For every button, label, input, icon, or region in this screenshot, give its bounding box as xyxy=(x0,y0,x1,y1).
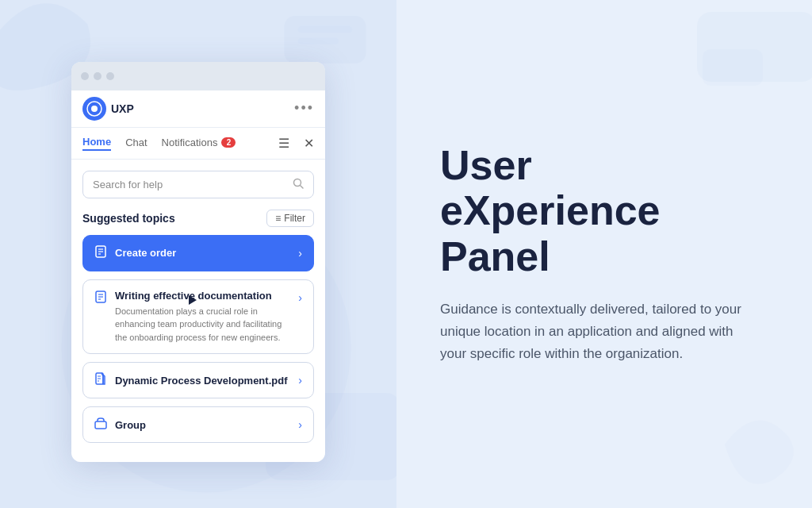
group-title: Group xyxy=(115,419,146,431)
writing-docs-title: Writing effective documentation xyxy=(115,290,292,302)
search-icon xyxy=(293,178,304,191)
dynamic-process-title: Dynamic Process Development.pdf xyxy=(115,375,287,387)
topic-card-dynamic-process[interactable]: Dynamic Process Development.pdf › xyxy=(82,362,314,398)
tab-home[interactable]: Home xyxy=(82,136,111,151)
app-header: UXP ••• xyxy=(71,90,325,128)
writing-docs-icon xyxy=(94,291,107,344)
group-icon xyxy=(94,417,107,433)
notification-badge: 2 xyxy=(221,137,236,148)
svg-line-9 xyxy=(301,185,304,188)
topic-card-group[interactable]: Group › xyxy=(82,406,314,443)
group-arrow: › xyxy=(298,418,302,431)
uxp-icon xyxy=(82,97,106,121)
topic-card-left: Create order xyxy=(94,245,176,261)
topic-card-create-order[interactable]: Create order › xyxy=(82,235,314,271)
writing-docs-arrow: › xyxy=(298,291,302,304)
right-bg-shape-br xyxy=(709,397,804,492)
close-icon[interactable]: ✕ xyxy=(304,136,314,151)
dynamic-process-icon xyxy=(94,372,107,388)
uxp-svg-icon xyxy=(82,97,106,121)
create-order-icon xyxy=(94,245,107,261)
browser-window: UXP ••• Home Chat Notifications 2 ☰ ✕ S xyxy=(71,62,325,463)
writing-docs-description: Documentation plays a crucial role in en… xyxy=(115,305,292,344)
dynamic-process-arrow: › xyxy=(298,374,302,387)
browser-titlebar xyxy=(71,62,325,90)
search-placeholder: Search for help xyxy=(93,179,286,190)
search-box[interactable]: Search for help xyxy=(82,171,314,198)
heading-line2: eXperience xyxy=(440,187,661,233)
menu-icon[interactable]: ☰ xyxy=(278,136,289,151)
heading-line3: Panel xyxy=(440,233,550,279)
main-description: Guidance is contextually delivered, tail… xyxy=(440,298,741,365)
right-panel: User eXperience Panel Guidance is contex… xyxy=(396,0,812,508)
svg-rect-22 xyxy=(95,421,106,429)
header-more-icon[interactable]: ••• xyxy=(294,100,314,117)
browser-dot-1 xyxy=(81,72,89,80)
nav-tabs: Home Chat Notifications 2 ☰ ✕ xyxy=(71,128,325,160)
svg-rect-1 xyxy=(298,26,353,33)
filter-label: Filter xyxy=(284,213,305,224)
svg-rect-2 xyxy=(298,37,339,44)
uxp-logo: UXP xyxy=(82,97,134,121)
create-order-arrow: › xyxy=(298,247,302,260)
tab-chat[interactable]: Chat xyxy=(125,137,147,150)
topic-card-writing-docs[interactable]: Writing effective documentation Document… xyxy=(82,279,314,355)
left-panel: UXP ••• Home Chat Notifications 2 ☰ ✕ S xyxy=(0,0,396,508)
mouse-cursor xyxy=(189,295,197,305)
browser-dot-3 xyxy=(106,72,114,80)
suggested-title: Suggested topics xyxy=(82,212,175,225)
browser-dot-2 xyxy=(94,72,102,80)
right-bg-shape-mid xyxy=(701,48,764,87)
panel-content: Search for help Suggested topics ≡ Filte… xyxy=(71,160,325,463)
svg-rect-24 xyxy=(703,49,763,86)
suggested-header: Suggested topics ≡ Filter xyxy=(82,210,314,227)
svg-point-7 xyxy=(91,106,98,112)
filter-icon: ≡ xyxy=(275,213,281,224)
tab-notifications[interactable]: Notifications 2 xyxy=(162,137,236,150)
uxp-label: UXP xyxy=(111,102,134,115)
create-order-title: Create order xyxy=(115,247,176,259)
heading-line1: User xyxy=(440,142,532,188)
main-heading: User eXperience Panel xyxy=(440,143,768,279)
filter-button[interactable]: ≡ Filter xyxy=(266,210,314,227)
